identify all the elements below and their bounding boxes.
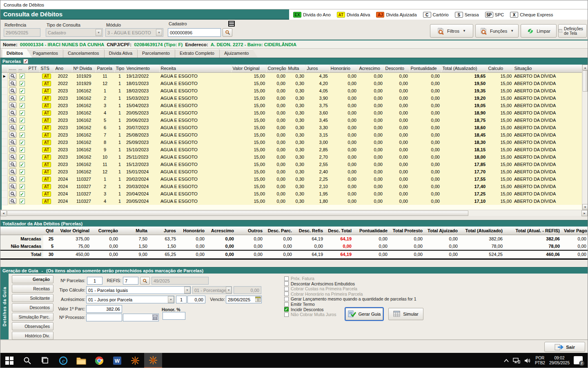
row-checkbox[interactable]: ✓ bbox=[20, 96, 25, 101]
row-search-button[interactable] bbox=[9, 154, 16, 160]
tray-chevron-icon[interactable] bbox=[504, 359, 509, 362]
acrescimos-n-input[interactable]: 1 bbox=[176, 296, 187, 303]
tab-débitos[interactable]: Débitos bbox=[2, 49, 32, 58]
grid-header-cell[interactable]: Correção bbox=[266, 65, 287, 72]
row-search-button[interactable] bbox=[9, 168, 16, 175]
filtros-button[interactable]: Filtros▼ bbox=[430, 24, 473, 38]
cadastro-input[interactable]: 000000896 bbox=[168, 28, 221, 37]
tab-ajuizamento[interactable]: Ajuizamento bbox=[219, 49, 258, 58]
table-row[interactable]: ✓AT20231061628125/09/2023AGUA E ESGOTO15… bbox=[2, 139, 583, 146]
word-icon[interactable]: W bbox=[108, 353, 126, 368]
n-parcelas-input[interactable]: 1 bbox=[87, 277, 102, 285]
valor-parc-input[interactable]: 382.06 bbox=[86, 305, 122, 313]
row-search-button[interactable] bbox=[9, 95, 16, 101]
refis-input[interactable]: 7 bbox=[123, 277, 138, 285]
checkbox-icon[interactable] bbox=[284, 302, 289, 307]
network-icon[interactable] bbox=[513, 358, 520, 364]
table-row[interactable]: ✓AT202310616211115/12/2023AGUA E ESGOTO1… bbox=[2, 161, 583, 168]
start-button[interactable] bbox=[0, 353, 18, 368]
grid-header-cell[interactable]: Pontualidade bbox=[409, 65, 441, 72]
grid-header-cell[interactable]: Multa bbox=[287, 65, 305, 72]
grid-header-cell[interactable]: PTT bbox=[27, 65, 39, 72]
grid-header-cell[interactable]: ...... bbox=[7, 65, 17, 72]
vertical-scrollbar[interactable]: ▲ ▼ bbox=[582, 65, 588, 210]
grid-header-cell[interactable]: Valor Original bbox=[231, 65, 266, 72]
checkbox-icon[interactable] bbox=[284, 281, 289, 286]
table-row[interactable]: ✓AT20231061627125/08/2023AGUA E ESGOTO15… bbox=[2, 131, 583, 139]
grid-header-cell[interactable]: ... bbox=[17, 65, 27, 72]
row-search-button[interactable] bbox=[9, 73, 16, 79]
row-checkbox[interactable]: ✓ bbox=[20, 184, 25, 189]
tipo-calculo-select[interactable]: 01 - Parcelas Iguais▼ bbox=[86, 286, 191, 294]
checkbox-icon[interactable]: ✓ bbox=[284, 307, 289, 312]
simular-button[interactable]: Simular bbox=[388, 308, 423, 320]
grid-header-cell[interactable]: Acrescimo bbox=[358, 65, 384, 72]
grid-header-cell[interactable]: Calculo bbox=[487, 65, 513, 72]
row-search-button[interactable] bbox=[9, 176, 16, 182]
limpar-button[interactable]: Limpar bbox=[521, 24, 557, 38]
guia-button-simula-o-parc-[interactable]: Simulação Parc. bbox=[12, 313, 53, 321]
row-search-button[interactable] bbox=[9, 110, 16, 116]
row-checkbox[interactable]: ✓ bbox=[20, 88, 25, 94]
grid-header-cell[interactable]: Honorário bbox=[329, 65, 358, 72]
row-checkbox[interactable]: ✓ bbox=[20, 81, 25, 86]
cadastro-search-button[interactable] bbox=[223, 28, 232, 37]
guia-checkbox-7[interactable]: ✓Incidir Descontos bbox=[284, 307, 324, 312]
row-checkbox[interactable]: ✓ bbox=[20, 162, 25, 167]
row-checkbox[interactable]: ✓ bbox=[20, 140, 25, 145]
calculator-icon[interactable] bbox=[152, 314, 158, 320]
row-search-button[interactable] bbox=[9, 132, 16, 138]
scroll-right-icon[interactable]: ► bbox=[581, 210, 588, 216]
guia-checkbox-5[interactable]: Gerar Lançamento mesmo quando a quantida… bbox=[284, 296, 416, 301]
row-search-button[interactable] bbox=[9, 191, 16, 197]
vscroll-thumb[interactable] bbox=[583, 70, 588, 92]
row-checkbox[interactable]: ✓ bbox=[20, 74, 25, 79]
table-row[interactable]: ✓AT20231061624120/05/2023AGUA E ESGOTO15… bbox=[2, 109, 583, 117]
guia-checkbox-2[interactable]: Descontar Acréscimos Embutidos bbox=[284, 281, 355, 286]
grid-header-cell[interactable]: Situação bbox=[513, 65, 583, 72]
row-checkbox[interactable]: ✓ bbox=[20, 155, 25, 160]
search-icon[interactable] bbox=[18, 353, 36, 368]
grid-header-cell[interactable]: Juros bbox=[305, 65, 329, 72]
row-search-button[interactable] bbox=[9, 183, 16, 189]
file-explorer-icon[interactable] bbox=[72, 353, 90, 368]
row-search-button[interactable] bbox=[9, 146, 16, 153]
gerar-guia-button[interactable]: Gerar Guia bbox=[345, 308, 383, 320]
row-search-button[interactable] bbox=[9, 102, 16, 108]
row-checkbox[interactable]: ✓ bbox=[20, 191, 25, 197]
parcelas-checkbox[interactable]: ✓ bbox=[23, 59, 28, 64]
row-search-button[interactable] bbox=[9, 117, 16, 123]
volume-icon[interactable] bbox=[524, 358, 531, 364]
grid-header-cell[interactable]: Vencimento bbox=[125, 65, 159, 72]
row-checkbox[interactable]: ✓ bbox=[20, 132, 25, 138]
row-checkbox[interactable]: ✓ bbox=[20, 118, 25, 123]
guia-button-observa-es[interactable]: Observações bbox=[12, 322, 53, 330]
guia-button-hist-rico-div-[interactable]: Histórico Div. bbox=[12, 332, 53, 340]
table-row[interactable]: ✓AT20231061622115/03/2023AGUA E ESGOTO15… bbox=[2, 94, 583, 102]
table-row[interactable]: ▶✓AT202210192911119/12/2022AGUA E ESGOTO… bbox=[2, 72, 583, 80]
row-search-button[interactable] bbox=[9, 80, 16, 86]
table-row[interactable]: ✓AT202210192912118/01/2023AGUA E ESGOTO1… bbox=[2, 80, 583, 87]
grid-header-cell[interactable]: STS bbox=[39, 65, 54, 72]
tab-cancelamentos[interactable]: Cancelamentos bbox=[63, 49, 108, 58]
row-checkbox[interactable]: ✓ bbox=[20, 125, 25, 130]
task-view-icon[interactable] bbox=[36, 353, 54, 368]
acrescimos-select[interactable]: 01 - Juros por Parcela▼ bbox=[86, 296, 174, 303]
app-sistema-active-icon[interactable] bbox=[144, 353, 162, 368]
grid-header-cell[interactable]: Ano bbox=[54, 65, 72, 72]
internet-explorer-icon[interactable]: e bbox=[54, 353, 72, 368]
table-row[interactable]: ✓AT20241103272120/03/2024AGUA E ESGOTO15… bbox=[2, 183, 583, 190]
row-checkbox[interactable]: ✓ bbox=[20, 199, 25, 204]
notification-icon[interactable]: 2 bbox=[574, 356, 584, 365]
acrescimos-valor-input[interactable]: 0,00 bbox=[187, 296, 205, 303]
table-row[interactable]: ✓AT20231061621118/02/2023AGUA E ESGOTO15… bbox=[2, 87, 583, 94]
table-row[interactable]: ✓AT202310616210125/11/2023AGUA E ESGOTO1… bbox=[2, 153, 583, 161]
table-row[interactable]: ✓AT20241103273120/04/2024AGUA E ESGOTO15… bbox=[2, 190, 583, 197]
guia-button-gera-o[interactable]: Geração bbox=[12, 275, 53, 283]
processo-input[interactable] bbox=[86, 314, 122, 321]
refis-search-button[interactable] bbox=[140, 277, 150, 285]
grid-header-cell[interactable]: Desconto bbox=[384, 65, 409, 72]
hscroll-thumb[interactable] bbox=[7, 211, 468, 216]
scroll-left-icon[interactable]: ◄ bbox=[0, 210, 7, 216]
row-search-button[interactable] bbox=[9, 161, 16, 167]
